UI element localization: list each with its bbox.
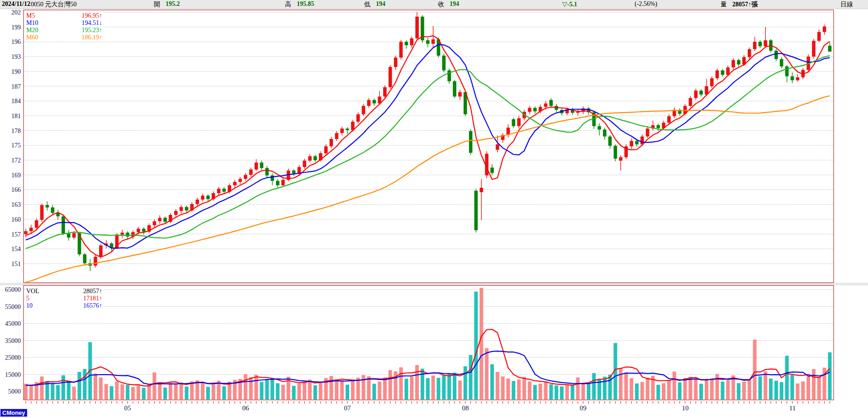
volume-legend: VOL 28057↑ 5 17181↑ 10 16576↑ <box>25 287 103 310</box>
svg-text:196: 196 <box>11 38 21 45</box>
month-label-07: 07 <box>344 404 351 412</box>
svg-text:35000: 35000 <box>5 337 21 344</box>
ma5-row: M5 196.95↑ <box>26 12 102 19</box>
svg-text:190: 190 <box>11 68 21 75</box>
vol-ma5-label: 5 <box>26 295 29 302</box>
vol-value: 28057 <box>83 288 99 294</box>
candlestick-volume-chart: 2021991961931901871841811781751721691661… <box>0 0 868 418</box>
svg-text:169: 169 <box>11 172 21 179</box>
ma20-label: M20 <box>26 27 38 34</box>
svg-text:5000: 5000 <box>8 388 21 395</box>
svg-text:202: 202 <box>11 9 21 16</box>
vol-arrow-icon: ↑ <box>99 288 102 294</box>
vol-ma5-arrow-icon: ↑ <box>99 295 102 302</box>
svg-text:199: 199 <box>11 24 21 31</box>
ma10-row: M10 194.51↓ <box>26 19 102 27</box>
cmoney-logo[interactable]: CMoney <box>0 409 27 417</box>
vol-ma5-value: 17181 <box>83 295 99 302</box>
month-axis: 05060708091011 <box>0 404 868 413</box>
ma10-value: 194.51 <box>82 19 100 26</box>
ma60-arrow-icon: ↑ <box>99 34 102 41</box>
vol-ma10-arrow-icon: ↑ <box>99 302 102 309</box>
vol-row: VOL 28057↑ <box>26 288 102 295</box>
svg-text:193: 193 <box>11 53 21 60</box>
ma60-row: M60 186.19↑ <box>26 34 102 41</box>
svg-text:157: 157 <box>11 231 21 238</box>
ma5-value: 196.95 <box>82 12 100 19</box>
ma10-arrow-icon: ↓ <box>99 19 102 26</box>
svg-text:175: 175 <box>11 142 21 149</box>
ma5-arrow-icon: ↑ <box>99 12 102 19</box>
ma10-label: M10 <box>26 19 38 27</box>
month-label-08: 08 <box>462 404 469 412</box>
ma60-value: 186.19 <box>82 34 100 41</box>
svg-text:25000: 25000 <box>5 354 21 361</box>
ma20-arrow-icon: ↑ <box>99 27 102 33</box>
month-label-10: 10 <box>682 404 689 412</box>
svg-text:181: 181 <box>11 113 21 119</box>
svg-text:160: 160 <box>11 216 21 223</box>
ma60-label: M60 <box>26 34 38 41</box>
svg-text:154: 154 <box>11 246 21 252</box>
ma20-value: 195.23 <box>82 27 100 33</box>
svg-text:178: 178 <box>11 128 21 134</box>
svg-text:65000: 65000 <box>5 286 21 293</box>
svg-text:166: 166 <box>11 186 21 193</box>
svg-text:151: 151 <box>11 261 21 267</box>
vol-ma10-value: 16576 <box>83 302 99 309</box>
svg-text:187: 187 <box>11 83 21 90</box>
svg-text:163: 163 <box>11 201 21 208</box>
svg-text:172: 172 <box>11 157 21 164</box>
month-label-06: 06 <box>242 404 249 412</box>
ma5-label: M5 <box>26 12 35 19</box>
month-label-09: 09 <box>580 404 587 412</box>
month-label-11: 11 <box>789 404 796 412</box>
svg-text:45000: 45000 <box>5 320 21 327</box>
vol-ma10-label: 10 <box>26 302 33 309</box>
svg-text:55000: 55000 <box>5 304 21 310</box>
vol-label: VOL <box>26 288 39 295</box>
vol-ma10-row: 10 16576↑ <box>26 302 102 309</box>
month-label-05: 05 <box>124 404 131 412</box>
svg-text:184: 184 <box>11 98 21 104</box>
vol-ma5-row: 5 17181↑ <box>26 295 102 302</box>
svg-text:15000: 15000 <box>5 371 21 378</box>
ma-legend: M5 196.95↑ M10 194.51↓ M20 195.23↑ M60 1… <box>25 12 103 42</box>
ma20-row: M20 195.23↑ <box>26 27 102 34</box>
